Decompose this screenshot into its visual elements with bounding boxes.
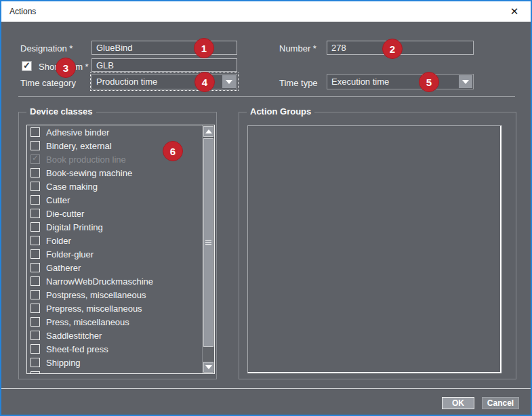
scroll-up-button[interactable] [203, 126, 213, 137]
action-groups-list[interactable] [247, 125, 502, 373]
device-class-checkbox[interactable] [30, 182, 40, 191]
vertical-scrollbar[interactable] [202, 125, 214, 373]
device-class-row[interactable] [27, 369, 202, 373]
device-class-row[interactable]: Saddlestitcher [27, 329, 202, 342]
device-class-label: Die-cutter [46, 209, 84, 219]
number-label: Number * [279, 43, 316, 54]
device-class-checkbox[interactable] [30, 331, 40, 340]
device-class-label: Digital Printing [46, 222, 103, 232]
close-icon[interactable]: ✕ [501, 1, 528, 22]
device-class-label: Press, miscellaneous [46, 317, 129, 327]
device-class-list: Adhesive binder Bindery, external Book p… [27, 125, 202, 373]
action-groups-title: Action Groups [247, 106, 314, 117]
device-class-row[interactable]: Postpress, miscellaneous [27, 288, 202, 301]
device-class-row[interactable]: Die-cutter [27, 207, 202, 220]
device-class-checkbox[interactable] [30, 141, 40, 150]
time-type-dropdown[interactable]: Execution time [327, 74, 474, 89]
device-class-row[interactable]: Sheet-fed press [27, 342, 202, 356]
device-class-label: Case making [46, 182, 98, 192]
annotation-badge-2: 2 [382, 39, 403, 59]
designation-input[interactable] [91, 41, 237, 55]
device-class-label: NarrowWebDruckmaschine [46, 276, 153, 287]
device-class-checkbox[interactable] [30, 263, 40, 272]
time-type-dropdown-button[interactable] [459, 75, 472, 88]
device-class-row[interactable]: Gatherer [27, 261, 202, 274]
device-class-checkbox[interactable] [30, 168, 40, 178]
device-class-checkbox[interactable] [30, 127, 40, 137]
device-class-row[interactable]: NarrowWebDruckmaschine [27, 274, 202, 288]
short-form-checkbox[interactable] [22, 61, 32, 71]
device-class-label: Saddlestitcher [46, 331, 102, 341]
device-class-row[interactable]: Adhesive binder [27, 125, 202, 139]
device-class-checkbox[interactable] [30, 195, 40, 205]
device-classes-groupbox: Device classes Adhesive binder Bindery, … [18, 112, 217, 379]
actions-dialog: Actions ✕ Designation * Number * Short F… [0, 0, 532, 416]
chevron-down-icon [226, 80, 232, 84]
device-class-label: Cutter [46, 195, 70, 205]
form-divider [18, 96, 515, 97]
device-class-checkbox[interactable] [30, 344, 40, 354]
titlebar: Actions ✕ [1, 1, 531, 22]
window-title: Actions [9, 7, 36, 16]
device-class-checkbox[interactable] [30, 154, 40, 164]
device-class-label: Bindery, external [46, 141, 112, 151]
device-class-label: Postpress, miscellaneous [46, 290, 146, 300]
device-class-row[interactable]: Digital Printing [27, 220, 202, 234]
annotation-badge-4: 4 [195, 72, 215, 92]
device-class-checkbox[interactable] [30, 236, 40, 245]
device-class-checkbox[interactable] [30, 276, 40, 286]
device-class-row[interactable]: Book-sewing machine [27, 166, 202, 180]
device-class-row[interactable]: Folder [27, 234, 202, 247]
time-category-label: Time category [20, 78, 76, 88]
annotation-badge-5: 5 [419, 72, 439, 92]
annotation-badge-3: 3 [56, 58, 76, 78]
device-classes-listbox: Adhesive binder Bindery, external Book p… [26, 125, 215, 374]
triangle-up-icon [205, 129, 212, 133]
device-class-label: Folder [46, 236, 71, 246]
ok-button[interactable]: OK [442, 397, 474, 409]
device-class-label: Sheet-fed press [46, 344, 108, 354]
device-class-checkbox[interactable] [30, 249, 40, 259]
device-class-label: Adhesive binder [46, 127, 109, 138]
device-class-label: Prepress, miscellaneous [46, 304, 142, 314]
device-class-checkbox[interactable] [30, 304, 40, 313]
device-class-label: Book-sewing machine [46, 168, 132, 178]
designation-label: Designation * [20, 43, 73, 54]
device-class-checkbox[interactable] [30, 371, 40, 373]
annotation-badge-6: 6 [163, 141, 183, 161]
time-category-dropdown[interactable]: Production time [91, 74, 237, 89]
footer-divider [1, 388, 531, 389]
annotation-badge-1: 1 [194, 38, 214, 58]
device-class-label: Folder-gluer [46, 249, 94, 259]
device-class-label: Book production line [46, 154, 126, 165]
time-category-dropdown-button[interactable] [222, 75, 236, 88]
time-type-value: Execution time [331, 75, 389, 89]
cancel-button[interactable]: Cancel [482, 397, 519, 409]
device-classes-title: Device classes [26, 106, 96, 117]
device-class-checkbox[interactable] [30, 358, 40, 367]
action-groups-groupbox: Action Groups [239, 112, 516, 379]
device-class-row[interactable]: Shipping [27, 356, 202, 369]
time-type-label: Time type [279, 78, 318, 88]
device-class-checkbox[interactable] [30, 317, 40, 327]
device-class-checkbox[interactable] [30, 209, 40, 218]
device-class-checkbox[interactable] [30, 290, 40, 299]
time-category-value: Production time [96, 75, 157, 89]
device-class-row[interactable]: Cutter [27, 193, 202, 207]
scrollbar-thumb[interactable] [203, 138, 213, 347]
device-class-checkbox[interactable] [30, 222, 40, 232]
scrollbar-grip-icon [205, 240, 211, 245]
short-form-input[interactable] [91, 58, 237, 72]
device-class-row[interactable]: Case making [27, 180, 202, 193]
device-class-row[interactable]: Press, miscellaneous [27, 315, 202, 329]
device-class-row[interactable]: Prepress, miscellaneous [27, 301, 202, 315]
scroll-down-button[interactable] [203, 362, 213, 373]
triangle-down-icon [205, 365, 212, 369]
device-class-label: Shipping [46, 358, 81, 368]
device-class-row[interactable]: Folder-gluer [27, 247, 202, 261]
device-class-label: Gatherer [46, 263, 81, 273]
chevron-down-icon [462, 80, 469, 84]
